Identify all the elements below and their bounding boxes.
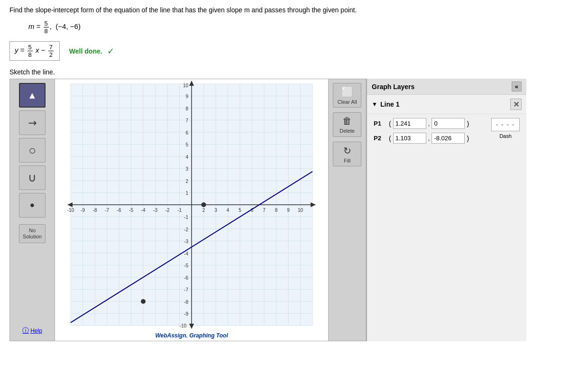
p1-y-input[interactable]: [432, 118, 465, 129]
circle-tool[interactable]: ○: [19, 138, 46, 163]
dash-label: Dash: [499, 133, 512, 139]
help-button[interactable]: ⓘ Help: [20, 325, 44, 337]
dash-style-selector: - - - - Dash: [491, 118, 520, 139]
no-solution-label: NoSolution: [23, 227, 42, 240]
cursor-icon: ▲: [28, 90, 37, 101]
line-tool[interactable]: ↗: [19, 110, 46, 135]
feedback-text: Well done.: [69, 47, 102, 55]
svg-text:6: 6: [185, 130, 188, 136]
point-tool[interactable]: •: [19, 193, 46, 218]
svg-text:-10: -10: [180, 323, 187, 328]
svg-text:1: 1: [185, 191, 188, 196]
line-icon: ↗: [25, 116, 39, 130]
clear-all-label: Clear All: [338, 99, 357, 105]
sketch-label: Sketch the line.: [9, 68, 579, 76]
svg-text:3: 3: [185, 166, 188, 172]
graph-layers-title: Graph Layers: [372, 83, 414, 91]
svg-text:-5: -5: [184, 263, 188, 268]
graph-area: -1 -2 -3 -4 -5 -6 -7 -8 -9 -10 2 3 4 5 6…: [55, 79, 328, 341]
checkmark-icon: ✓: [107, 46, 114, 56]
svg-text:9: 9: [287, 208, 290, 213]
graphing-container: ▲ ↗ ○ ∪ • NoSolution ⓘ Help: [9, 79, 367, 341]
layer-line1-row: ▼ Line 1 ✕: [367, 95, 526, 114]
svg-text:-2: -2: [184, 227, 188, 232]
p2-x-input[interactable]: [393, 133, 426, 144]
p2-row: P2 ( , ): [374, 133, 469, 144]
svg-text:5: 5: [185, 142, 188, 147]
svg-text:2: 2: [185, 179, 188, 184]
svg-text:-6: -6: [117, 208, 121, 213]
p1-x-input[interactable]: [393, 118, 426, 129]
graph-footer: WebAssign. Graphing Tool: [153, 330, 230, 341]
p2-label: P2: [374, 135, 387, 142]
svg-text:-2: -2: [165, 208, 170, 213]
cursor-tool[interactable]: ▲: [19, 83, 46, 108]
svg-point-91: [141, 299, 146, 304]
problem-instruction: Find the slope-intercept form of the equ…: [9, 5, 579, 15]
layer-line1-points: P1 ( , ) P2 ( , ): [367, 114, 526, 153]
svg-text:-5: -5: [129, 208, 133, 213]
svg-text:-7: -7: [184, 287, 188, 292]
answer-row: y = 5 8 x − 7 2 Well done. ✓: [9, 38, 579, 64]
help-circle-icon: ⓘ: [22, 327, 29, 335]
graph-svg[interactable]: -1 -2 -3 -4 -5 -6 -7 -8 -9 -10 2 3 4 5 6…: [56, 79, 327, 330]
p1-label: P1: [374, 120, 387, 127]
svg-text:8: 8: [185, 106, 188, 111]
delete-label: Delete: [340, 128, 355, 134]
fill-label: Fill: [344, 158, 350, 164]
graph-layers-header: Graph Layers «: [367, 79, 526, 95]
trash-icon: 🗑: [342, 116, 352, 127]
graph-layers-panel: Graph Layers « ▼ Line 1 ✕ P1 ( ,: [367, 79, 526, 341]
p1-row: P1 ( , ): [374, 118, 469, 129]
svg-text:-3: -3: [184, 239, 188, 244]
svg-text:2: 2: [202, 208, 205, 213]
circle-icon: ○: [28, 143, 36, 158]
action-buttons: ⬜ Clear All 🗑 Delete ↻ Fill: [328, 79, 366, 341]
svg-text:7: 7: [263, 208, 266, 213]
layer-line1-close-button[interactable]: ✕: [510, 99, 522, 110]
svg-text:4: 4: [227, 208, 230, 213]
svg-text:-8: -8: [93, 208, 97, 213]
help-label: Help: [30, 327, 42, 334]
svg-text:-9: -9: [81, 208, 85, 213]
svg-text:-1: -1: [184, 215, 188, 220]
svg-text:10: 10: [183, 83, 189, 88]
left-toolbar: ▲ ↗ ○ ∪ • NoSolution ⓘ Help: [10, 79, 55, 341]
svg-text:-6: -6: [184, 275, 188, 281]
graphing-tool: ▲ ↗ ○ ∪ • NoSolution ⓘ Help: [9, 79, 526, 341]
svg-text:-1: -1: [177, 208, 182, 213]
webassign-brand: WebAssign. Graphing Tool: [155, 332, 228, 339]
svg-text:3: 3: [214, 208, 217, 213]
close-icon: ✕: [513, 100, 519, 109]
svg-text:9: 9: [185, 94, 188, 99]
no-solution-button[interactable]: NoSolution: [19, 224, 46, 243]
svg-text:-8: -8: [184, 300, 188, 305]
svg-text:-10: -10: [67, 208, 74, 213]
layer-expand-arrow[interactable]: ▼: [372, 101, 377, 108]
fill-icon: ↻: [343, 145, 351, 156]
clear-all-icon: ⬜: [341, 86, 353, 98]
p2-y-input[interactable]: [432, 133, 465, 144]
point-icon: •: [30, 199, 35, 212]
svg-text:-3: -3: [153, 208, 157, 213]
svg-text:10: 10: [298, 208, 303, 213]
graph-canvas[interactable]: -1 -2 -3 -4 -5 -6 -7 -8 -9 -10 2 3 4 5 6…: [56, 79, 327, 330]
graph-layers-collapse-button[interactable]: «: [512, 82, 522, 91]
svg-text:4: 4: [185, 155, 188, 160]
svg-text:5: 5: [239, 208, 241, 213]
clear-all-button[interactable]: ⬜ Clear All: [333, 83, 361, 108]
svg-text:-9: -9: [184, 311, 188, 317]
svg-point-90: [202, 202, 206, 207]
svg-text:8: 8: [275, 208, 278, 213]
layer-line1-label: Line 1: [380, 100, 399, 108]
given-values: m = 5 8 , (−4, −6): [28, 20, 579, 35]
answer-box: y = 5 8 x − 7 2: [9, 41, 60, 61]
fill-button[interactable]: ↻ Fill: [333, 142, 361, 166]
parabola-icon: ∪: [28, 171, 37, 184]
delete-button[interactable]: 🗑 Delete: [333, 112, 361, 137]
svg-text:7: 7: [185, 118, 188, 123]
parabola-tool[interactable]: ∪: [19, 165, 46, 190]
dash-preview[interactable]: - - - -: [491, 118, 520, 131]
svg-text:-4: -4: [141, 208, 146, 213]
svg-text:-7: -7: [105, 208, 109, 213]
